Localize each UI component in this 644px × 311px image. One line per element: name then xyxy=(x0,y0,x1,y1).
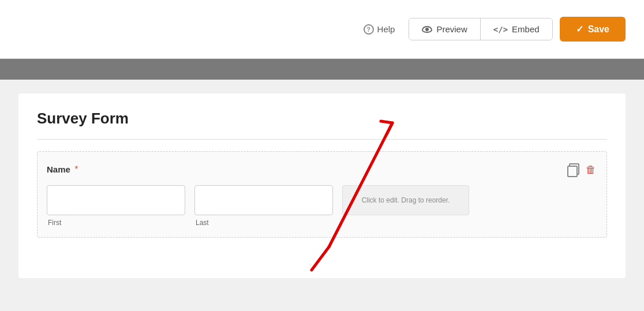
field-header: Name * 🗑 xyxy=(47,162,597,177)
required-star: * xyxy=(74,164,78,174)
preview-label: Preview xyxy=(436,24,467,34)
field-actions: 🗑 xyxy=(566,162,597,177)
field-inputs: First Last Click to edit. Drag to reorde… xyxy=(47,185,597,227)
main-content: Survey Form Name * 🗑 xyxy=(0,80,644,311)
click-to-edit-text: Click to edit. Drag to reorder. xyxy=(362,196,450,204)
copy-icon xyxy=(567,163,579,176)
trash-icon: 🗑 xyxy=(586,164,596,176)
first-name-input[interactable] xyxy=(47,185,185,215)
last-name-group: Last xyxy=(194,185,333,227)
form-container: Survey Form Name * 🗑 xyxy=(18,93,626,278)
help-icon: ? xyxy=(364,24,374,35)
preview-button[interactable]: Preview xyxy=(409,18,480,40)
click-to-edit-hint[interactable]: Click to edit. Drag to reorder. xyxy=(342,185,469,215)
form-title: Survey Form xyxy=(37,110,607,128)
save-label: Save xyxy=(588,24,609,35)
duplicate-button[interactable] xyxy=(566,162,580,177)
topbar: ? Help Preview </> Embed ✓ Save xyxy=(0,0,644,59)
help-button[interactable]: ? Help xyxy=(357,20,402,39)
embed-label: Embed xyxy=(512,24,540,34)
first-name-group: First xyxy=(47,185,185,227)
embed-button[interactable]: </> Embed xyxy=(481,18,552,40)
eye-icon xyxy=(422,26,432,33)
last-name-label: Last xyxy=(194,219,333,227)
first-name-label: First xyxy=(47,219,185,227)
help-label: Help xyxy=(377,24,395,34)
form-divider xyxy=(37,139,607,140)
delete-button[interactable]: 🗑 xyxy=(585,162,597,177)
divider-bar xyxy=(0,59,644,80)
field-card-name: Name * 🗑 First xyxy=(37,151,607,238)
preview-embed-group: Preview </> Embed xyxy=(409,18,552,40)
field-label-group: Name * xyxy=(47,164,78,175)
save-button[interactable]: ✓ Save xyxy=(560,17,626,42)
field-label: Name xyxy=(47,164,70,174)
checkmark-icon: ✓ xyxy=(576,24,583,35)
last-name-input[interactable] xyxy=(194,185,333,215)
code-icon: </> xyxy=(493,25,508,34)
